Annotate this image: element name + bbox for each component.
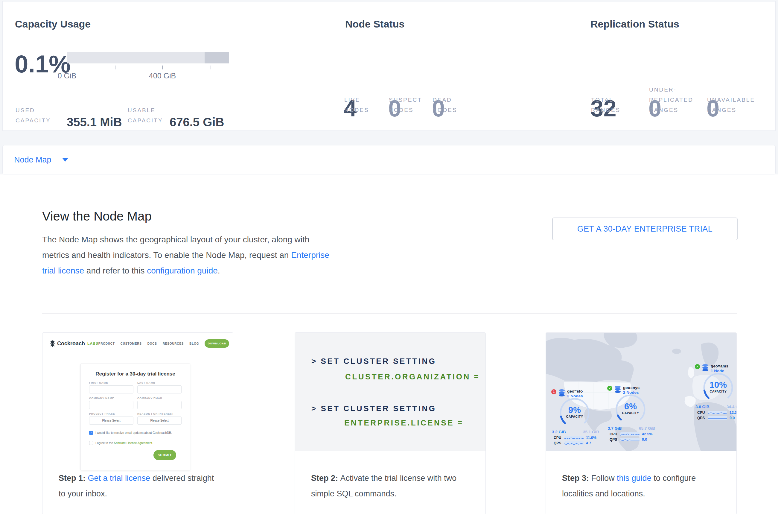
capacity-range: 3.7 GiB 65.7 GiB — [608, 426, 655, 431]
cpu-label: CPU — [554, 436, 562, 440]
inline-link[interactable]: this guide — [617, 474, 651, 483]
project-phase-select[interactable]: Please Select — [89, 416, 134, 425]
step2-caption: Step 2: Activate the trial license with … — [311, 470, 472, 502]
usable-capacity-label: USABLE CAPACITY — [128, 105, 170, 126]
email-updates-label: I would like to receive email updates ab… — [95, 431, 172, 435]
reason-for-interest-select[interactable]: Please Select — [137, 416, 181, 425]
capacity-range: 3.2 GiB 35.1 GiB — [552, 430, 599, 434]
submit-button[interactable]: SUBMIT — [153, 450, 176, 460]
dead-nodes-label: DEAD NODES — [433, 95, 465, 115]
capacity-label: CAPACITY — [703, 390, 734, 393]
database-icon — [614, 385, 621, 393]
qps-sparkline — [708, 416, 727, 420]
text-segment: . — [218, 266, 220, 275]
logo-text-primary: Cockroach — [57, 340, 85, 347]
roach-icon — [50, 340, 55, 347]
live-nodes-label: LIVE NODES — [344, 95, 377, 115]
step2-card: > SET CLUSTER SETTING CLUSTER.ORGANIZATI… — [295, 332, 486, 514]
field-company-name: COMPANY NAME — [89, 397, 134, 409]
node-map-section-bar: Node Map — [2, 145, 776, 174]
capacity-total: 35.1 GiB — [583, 430, 599, 434]
node-locality: geo=nyc — [623, 385, 639, 390]
capacity-used: 3.2 GiB — [552, 430, 566, 434]
field-project-phase: PROJECT PHASE Please Select — [89, 412, 134, 425]
qps-row: QPS 4.7 — [554, 441, 591, 445]
license-agreement-label: I agree to the Software License Agreemen… — [95, 441, 153, 445]
cpu-sparkline — [564, 436, 584, 440]
qps-value: 0.0 — [642, 438, 647, 442]
cpu-value: 12.3% — [729, 410, 736, 415]
cpu-sparkline — [620, 432, 639, 436]
suspect-nodes-stat: 0 SUSPECT NODES — [388, 49, 430, 115]
capacity-used: 3.6 GiB — [695, 404, 709, 409]
step3-caption: Step 3: Follow this guide to configure l… — [562, 470, 723, 502]
sql-keyword: SET CLUSTER SETTING — [321, 357, 436, 366]
last-name-input[interactable] — [137, 385, 181, 393]
capacity-axis-label-400: 400 GiB — [139, 72, 186, 80]
qps-value: 0.0 — [729, 416, 734, 420]
nav-item-docs[interactable]: DOCS — [147, 342, 157, 345]
cluster-overview-page: Capacity Usage 0.1% 0 GiB 400 GiB USED C… — [0, 0, 778, 532]
qps-row: QPS 0.0 — [610, 438, 647, 442]
node-map-content: View the Node Map The Node Map shows the… — [0, 174, 778, 532]
capacity-axis-tick — [67, 66, 67, 69]
capacity-percent: 6% — [615, 401, 646, 411]
under-replicated-ranges-label: UNDER-REPLICATED RANGES — [649, 85, 700, 115]
cpu-label: CPU — [610, 432, 618, 436]
minisite-nav: PRODUCT CUSTOMERS DOCS RESOURCES BLOG DO… — [98, 339, 229, 348]
capacity-axis-tick — [115, 66, 115, 69]
replication-status-title: Replication Status — [591, 18, 679, 30]
company-name-input[interactable] — [89, 401, 134, 409]
suspect-nodes-label: SUSPECT NODES — [389, 95, 426, 115]
node-map-dropdown[interactable]: Node Map — [14, 145, 68, 174]
capacity-label: CAPACITY — [615, 411, 646, 415]
ring-text: 9% CAPACITY — [559, 405, 590, 418]
company-email-input[interactable] — [137, 401, 181, 409]
qps-value: 4.7 — [586, 441, 591, 445]
inline-link[interactable]: Software License Agreement. — [114, 441, 153, 445]
field-label: REASON FOR INTEREST — [137, 412, 181, 415]
live-nodes-stat: 4 LIVE NODES — [344, 49, 386, 115]
qps-sparkline — [564, 441, 584, 445]
text-segment: Step 2: — [311, 474, 340, 483]
node-map-preview: 1 geo=sfo 2 Nodes — [546, 333, 736, 451]
capacity-total: 65.7 GiB — [639, 426, 655, 431]
text-segment: and refer to this — [84, 266, 147, 275]
nav-item-resources[interactable]: RESOURCES — [163, 342, 184, 345]
used-capacity-label: USED CAPACITY — [15, 105, 52, 126]
enterprise-trial-button[interactable]: GET A 30-DAY ENTERPRISE TRIAL — [552, 218, 737, 240]
license-agreement-checkbox[interactable] — [89, 441, 93, 445]
text-segment: I would like to receive email updates ab… — [95, 431, 172, 435]
field-label: COMPANY EMAIL — [137, 397, 181, 400]
capacity-label: CAPACITY — [559, 415, 590, 418]
capacity-axis-tick — [162, 66, 163, 69]
cpu-sparkline — [708, 411, 727, 414]
used-capacity-value: 355.1 MiB — [67, 116, 122, 129]
first-name-input[interactable] — [89, 385, 134, 393]
qps-row: QPS 0.0 — [697, 416, 734, 420]
step1-card: Cockroach LABS PRODUCT CUSTOMERS DOCS RE… — [42, 332, 233, 514]
sql-statement: > SET CLUSTER SETTING — [311, 357, 436, 366]
nav-item-customers[interactable]: CUSTOMERS — [121, 342, 142, 345]
nav-item-product[interactable]: PRODUCT — [98, 342, 115, 345]
inline-link[interactable]: Get a trial license — [88, 474, 150, 483]
download-button[interactable]: DOWNLOAD — [205, 339, 229, 348]
sql-prompt: > — [311, 404, 321, 413]
sql-commands-panel: > SET CLUSTER SETTING CLUSTER.ORGANIZATI… — [295, 333, 485, 451]
nav-item-blog[interactable]: BLOG — [189, 342, 199, 345]
capacity-total: 34.4 GiB — [726, 404, 736, 409]
logo-text-secondary: LABS — [87, 341, 98, 346]
text-segment: I agree to the — [95, 441, 114, 445]
capacity-ring: 10% CAPACITY — [703, 372, 734, 403]
capacity-used: 3.7 GiB — [608, 426, 622, 431]
node-status-title: Node Status — [345, 18, 404, 30]
dead-nodes-stat: 0 DEAD NODES — [432, 49, 474, 115]
sql-setting-name: ENTERPRISE.LICENSE = — [344, 418, 463, 428]
capacity-range: 3.6 GiB 34.4 GiB — [695, 404, 736, 409]
qps-label: QPS — [697, 416, 706, 420]
cockroach-labs-logo: Cockroach LABS — [50, 340, 98, 347]
inline-link[interactable]: configuration guide — [147, 266, 218, 275]
capacity-percent: 10% — [703, 380, 734, 390]
cluster-summary-panel: Capacity Usage 0.1% 0 GiB 400 GiB USED C… — [2, 1, 776, 131]
email-updates-checkbox[interactable]: ✓ — [89, 431, 93, 435]
